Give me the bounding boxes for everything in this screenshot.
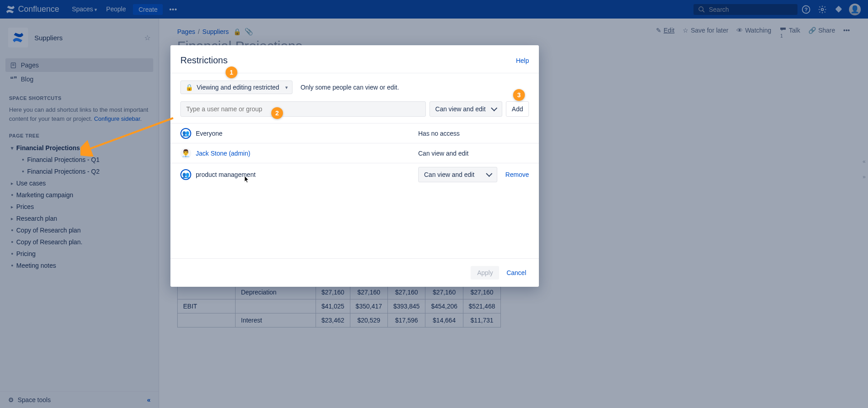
help-link[interactable]: Help [516, 57, 529, 64]
flyout-handles: « » [863, 154, 867, 185]
annotation-badge-3: 3 [513, 89, 525, 101]
annotation-badge-1: 1 [226, 66, 237, 78]
restrictions-dialog: Restrictions Help 🔒 Viewing and editing … [170, 45, 539, 287]
flyout-down-icon[interactable]: » [863, 169, 867, 185]
svg-line-8 [87, 118, 173, 150]
row-permission-dropdown[interactable]: Can view and edit [418, 167, 497, 182]
remove-button[interactable]: Remove [505, 171, 529, 178]
cancel-button[interactable]: Cancel [504, 266, 529, 280]
group-icon: 👥 [180, 128, 191, 139]
permission-row: 👥Everyone Has no access [170, 123, 539, 143]
entity-name: Everyone [196, 130, 222, 137]
user-group-input[interactable] [180, 101, 426, 117]
annotation-badge-2: 2 [271, 107, 283, 119]
entity-name[interactable]: Jack Stone (admin) [196, 150, 250, 157]
lock-icon: 🔒 [185, 84, 193, 91]
user-avatar-icon: 👨‍💼 [180, 148, 191, 159]
apply-button[interactable]: Apply [471, 266, 499, 280]
flyout-up-icon[interactable]: « [863, 154, 867, 169]
permission-row: 👨‍💼Jack Stone (admin) Can view and edit [170, 143, 539, 163]
entity-name: product management [196, 171, 255, 178]
add-button[interactable]: Add [506, 101, 529, 117]
annotation-arrow [80, 116, 175, 157]
dialog-title: Restrictions [180, 55, 516, 66]
group-icon: 👥 [180, 169, 191, 180]
permission-dropdown[interactable]: Can view and edit [429, 101, 502, 117]
permission-text: Can view and edit [418, 150, 497, 157]
permission-row: 👥product management Can view and edit Re… [170, 163, 539, 186]
restriction-description: Only some people can view or edit. [301, 84, 399, 91]
restriction-level-dropdown[interactable]: 🔒 Viewing and editing restricted [180, 81, 292, 94]
permission-text: Has no access [418, 130, 497, 137]
permission-list: 👥Everyone Has no access 👨‍💼Jack Stone (a… [170, 123, 539, 186]
